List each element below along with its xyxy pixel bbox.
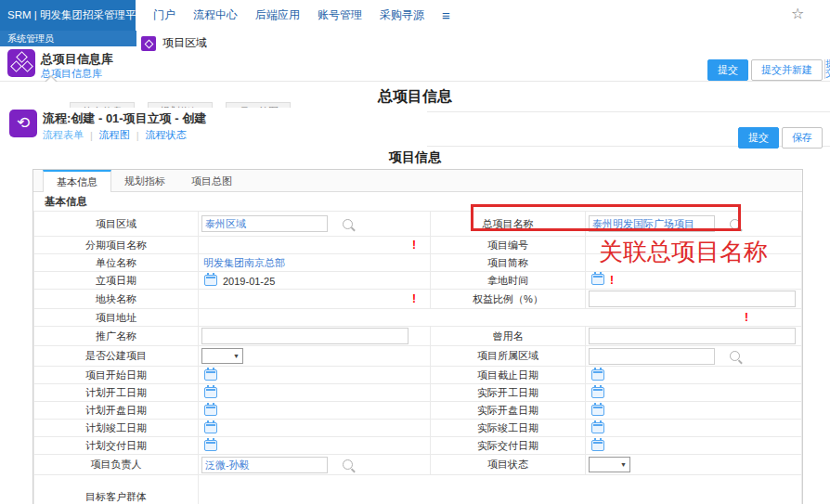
field-cell: 泛微-孙毅 bbox=[199, 455, 431, 475]
field-label: 地块名称 bbox=[34, 290, 199, 309]
text-value[interactable] bbox=[201, 239, 203, 250]
form-row: 计划交付日期实际交付日期 bbox=[34, 437, 802, 455]
calendar-icon[interactable] bbox=[204, 369, 217, 381]
overflow-cutoff-button[interactable]: 提交 bbox=[824, 59, 830, 79]
field-label: 权益比例（%） bbox=[431, 290, 586, 309]
calendar-icon[interactable] bbox=[591, 274, 604, 285]
calendar-icon[interactable] bbox=[591, 405, 604, 416]
app-cubes-icon bbox=[7, 49, 35, 77]
form-tab-1[interactable]: 规划指标 bbox=[111, 171, 178, 191]
form-title: 项目信息 bbox=[0, 149, 830, 166]
text-value[interactable] bbox=[589, 257, 590, 268]
nav-item-0[interactable]: 门户 bbox=[153, 7, 175, 23]
field-label: 项目编号 bbox=[431, 237, 586, 254]
form-row: 推广名称曾用名 bbox=[34, 327, 802, 346]
form-tabs: 基本信息规划指标项目总图 bbox=[33, 170, 802, 192]
lookup-input[interactable]: 泰州区域 bbox=[201, 215, 328, 232]
field-label: 项目简称 bbox=[431, 254, 586, 272]
form-row: 项目开始日期项目截止日期 bbox=[34, 367, 802, 384]
flow-links: 流程表单|流程图|流程状态 bbox=[43, 128, 187, 142]
calendar-icon[interactable] bbox=[591, 440, 604, 451]
submit-button[interactable]: 提交 bbox=[707, 59, 748, 81]
calendar-icon[interactable] bbox=[204, 387, 217, 398]
calendar-icon[interactable] bbox=[204, 275, 217, 286]
field-cell: ▼ bbox=[586, 455, 802, 475]
field-label: 计划开盘日期 bbox=[34, 402, 199, 420]
field-cell: ! bbox=[199, 237, 431, 254]
field-label: 立项日期 bbox=[34, 272, 199, 290]
menu-icon[interactable]: ≡ bbox=[442, 7, 450, 23]
calendar-icon[interactable] bbox=[204, 405, 217, 416]
field-label: 项目开始日期 bbox=[34, 367, 199, 384]
chevron-down-icon: ▼ bbox=[233, 353, 240, 359]
flow-swirl-icon: ⟲ bbox=[9, 110, 37, 137]
flow-link-1[interactable]: 流程图 bbox=[99, 128, 130, 142]
text-input[interactable] bbox=[201, 328, 409, 344]
field-label: 是否公建项目 bbox=[34, 346, 199, 367]
field-label: 项目负责人 bbox=[34, 455, 199, 475]
lookup-input[interactable]: 泛微-孙毅 bbox=[201, 457, 328, 473]
tab-pointer bbox=[45, 75, 58, 82]
field-label: 项目截止日期 bbox=[431, 367, 586, 384]
flow-link-2[interactable]: 流程状态 bbox=[146, 128, 187, 142]
text-value: 明发集团南京总部 bbox=[201, 257, 285, 268]
calendar-icon[interactable] bbox=[204, 422, 217, 433]
user-role: 系统管理员 bbox=[0, 31, 136, 46]
cube-glyph bbox=[21, 60, 33, 72]
text-value[interactable] bbox=[589, 239, 590, 251]
search-icon[interactable] bbox=[343, 219, 353, 229]
field-label: 项目区域 bbox=[34, 212, 199, 237]
field-label: 计划竣工日期 bbox=[34, 420, 199, 437]
flow-submit-button[interactable]: 提交 bbox=[738, 127, 779, 149]
divider bbox=[0, 81, 830, 82]
submit-and-new-button[interactable]: 提交并新建 bbox=[751, 59, 823, 81]
flow-header: ⟲ 流程:创建 - 01-项目立项 - 创建 流程表单|流程图|流程状态 bbox=[0, 108, 427, 147]
form-row: 项目地址! bbox=[34, 309, 802, 327]
module-tab-project-area[interactable]: 项目区域 bbox=[141, 35, 207, 51]
nav-item-1[interactable]: 流程中心 bbox=[193, 7, 238, 23]
calendar-icon[interactable] bbox=[591, 369, 604, 381]
text-input[interactable] bbox=[589, 328, 796, 344]
field-cell: ! bbox=[199, 290, 431, 309]
calendar-icon[interactable] bbox=[591, 422, 604, 433]
form-row: 立项日期2019-01-25拿地时间! bbox=[34, 272, 802, 290]
date-value: 2019-01-25 bbox=[223, 276, 275, 287]
field-label: 曾用名 bbox=[431, 327, 586, 346]
field-label: 项目状态 bbox=[431, 455, 586, 475]
field-cell bbox=[199, 327, 431, 346]
field-label: 实际竣工日期 bbox=[431, 420, 586, 437]
field-cell bbox=[199, 402, 431, 420]
nav-item-3[interactable]: 账号管理 bbox=[318, 7, 362, 23]
flow-link-0[interactable]: 流程表单 bbox=[43, 128, 84, 142]
field-label: 实际开工日期 bbox=[431, 384, 586, 402]
lookup-input[interactable] bbox=[589, 348, 715, 365]
select-input[interactable]: ▼ bbox=[589, 457, 630, 472]
form-tab-0[interactable]: 基本信息 bbox=[43, 170, 111, 192]
search-icon[interactable] bbox=[730, 351, 740, 361]
calendar-icon[interactable] bbox=[204, 440, 217, 451]
nav-item-2[interactable]: 后端应用 bbox=[255, 7, 300, 23]
search-icon[interactable] bbox=[343, 459, 353, 470]
select-input[interactable]: ▼ bbox=[201, 348, 243, 364]
field-label: 项目所属区域 bbox=[431, 346, 586, 367]
text-value[interactable] bbox=[201, 311, 203, 322]
top-nav: 门户流程中心后端应用账号管理采购寻源≡ bbox=[153, 0, 450, 31]
form-tab-2[interactable]: 项目总图 bbox=[178, 171, 245, 191]
field-label: 项目地址 bbox=[34, 309, 199, 327]
field-cell bbox=[586, 384, 802, 402]
module-tab-label: 项目区域 bbox=[162, 35, 207, 51]
form-row: 计划开盘日期实际开盘日期 bbox=[34, 402, 802, 420]
text-input[interactable] bbox=[589, 291, 796, 307]
text-value[interactable] bbox=[201, 292, 203, 304]
favorite-star-icon[interactable]: ☆ bbox=[791, 5, 804, 22]
required-mark: ! bbox=[610, 274, 614, 287]
brand-title: SRM | 明发集团招采管理平台 bbox=[0, 0, 136, 31]
field-cell bbox=[586, 290, 802, 309]
field-cell bbox=[586, 327, 802, 346]
nav-item-4[interactable]: 采购寻源 bbox=[380, 7, 424, 23]
field-cell bbox=[586, 402, 802, 420]
field-label: 计划开工日期 bbox=[34, 384, 199, 402]
calendar-icon[interactable] bbox=[591, 387, 604, 398]
flow-save-button[interactable]: 保存 bbox=[782, 127, 823, 149]
page: SRM | 明发集团招采管理平台 系统管理员 门户流程中心后端应用账号管理采购寻… bbox=[0, 0, 830, 504]
